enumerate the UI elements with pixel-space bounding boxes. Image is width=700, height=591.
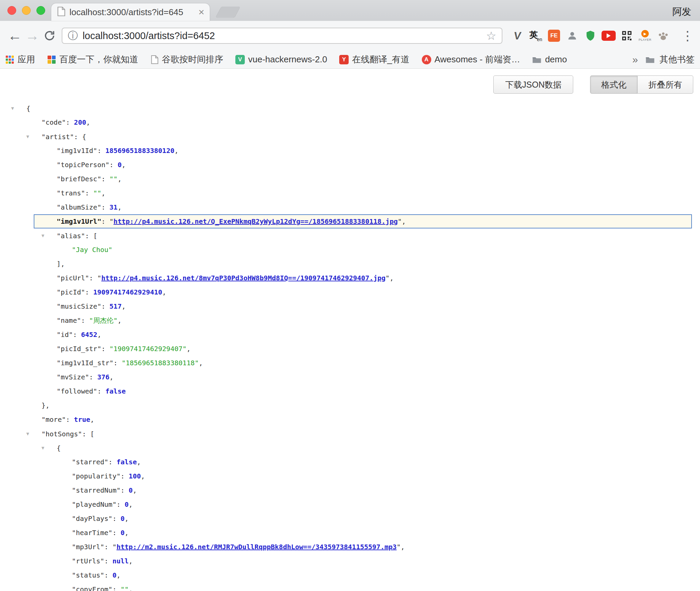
json-token: : <box>66 415 74 424</box>
json-token: "img1v1Id_str" <box>57 359 114 367</box>
json-token: : <box>89 274 97 282</box>
json-link[interactable]: http://p4.music.126.net/8mv7qP30Pd3oHW8b… <box>101 274 385 282</box>
collapse-toggle-icon[interactable]: ▼ <box>41 441 57 455</box>
new-tab-button[interactable] <box>215 7 240 18</box>
json-token: , <box>174 147 178 155</box>
address-bar[interactable]: ⓘ localhost:3000/artists?id=6452 ☆ <box>62 28 502 44</box>
collapse-toggle-icon[interactable]: ▼ <box>26 427 41 441</box>
shield-icon[interactable] <box>583 29 597 43</box>
json-token: "popularity" <box>72 472 121 480</box>
json-token: : { <box>74 133 86 141</box>
json-token: "topicPerson" <box>57 161 110 169</box>
json-token: 31 <box>110 203 118 211</box>
reload-icon <box>43 30 56 42</box>
download-json-button[interactable]: 下载JSON数据 <box>493 75 573 94</box>
json-token: "copyFrom" <box>72 585 112 591</box>
url-text[interactable]: localhost:3000/artists?id=6452 <box>83 30 486 41</box>
page-icon <box>150 55 158 64</box>
json-token: ", <box>398 217 406 225</box>
fe-extension-icon[interactable]: FE <box>547 29 561 43</box>
json-line: "starredNum": 0, <box>0 483 700 497</box>
json-token: , <box>186 345 191 353</box>
json-token: "dayPlays" <box>72 515 112 523</box>
json-line: "copyFrom": "", <box>0 582 700 591</box>
collapse-toggle-icon[interactable]: ▼ <box>26 129 41 144</box>
json-link[interactable]: http://m2.music.126.net/RMJR7wDullRqppBk… <box>116 543 397 551</box>
json-token: null <box>112 557 128 565</box>
json-token: : <box>104 571 112 579</box>
close-window-button[interactable] <box>7 6 16 15</box>
json-link[interactable]: http://p4.music.126.net/Q_ExePNkmqB2yWyL… <box>114 217 398 225</box>
paw-icon[interactable] <box>656 29 670 43</box>
collapse-toggle-icon[interactable]: ▼ <box>11 101 26 115</box>
browser-tab[interactable]: localhost:3000/artists?id=645 × <box>51 3 210 21</box>
bookmark-baidu[interactable]: 百度一下，你就知道 <box>47 54 138 65</box>
fullscreen-window-button[interactable] <box>36 6 45 15</box>
json-token: "mp3Url" <box>72 543 104 551</box>
json-token: 0 <box>129 486 133 494</box>
json-tree: ▼{"code": 200,▼"artist": {"img1v1Id": 18… <box>0 101 700 591</box>
json-token: : <box>101 203 109 211</box>
back-button[interactable]: ← <box>6 27 24 44</box>
json-token: "" <box>110 175 118 183</box>
profile-name[interactable]: 阿发 <box>672 5 691 18</box>
reload-button[interactable] <box>41 30 58 42</box>
json-line: "img1v1Id_str": "18569651883380118", <box>0 356 700 370</box>
json-line: "picUrl": "http://p4.music.126.net/8mv7q… <box>0 271 700 285</box>
json-token: , <box>117 316 121 324</box>
folder-icon <box>645 56 655 63</box>
json-line: "followed": false <box>0 384 700 398</box>
vimium-icon[interactable]: V <box>511 29 525 43</box>
collapse-all-button[interactable]: 折叠所有 <box>638 75 693 94</box>
github-icon[interactable] <box>565 29 579 43</box>
youtube-icon[interactable] <box>602 29 616 43</box>
bookmarks-overflow-icon[interactable]: » <box>632 54 638 65</box>
format-button[interactable]: 格式化 <box>590 75 638 94</box>
json-token: , <box>141 472 145 480</box>
json-token: "picUrl" <box>57 274 89 282</box>
json-token: , <box>129 585 133 591</box>
browser-menu-icon[interactable]: ⋮ <box>681 29 694 42</box>
json-token: : <box>114 359 122 367</box>
json-token: : <box>112 585 120 591</box>
tab-close-icon[interactable]: × <box>198 7 204 17</box>
awesomes-favicon-icon: A <box>422 55 431 64</box>
vue-favicon-icon: V <box>235 55 245 64</box>
json-line: "picId_str": "19097417462929407", <box>0 342 700 356</box>
json-token: "周杰伦" <box>89 316 117 324</box>
qrcode-icon[interactable] <box>620 29 634 43</box>
json-token: : <box>89 373 97 381</box>
json-line: "id": 6452, <box>0 328 700 342</box>
json-token: "img1v1Id" <box>57 147 97 155</box>
json-line: ▼"alias": [ <box>0 228 700 243</box>
json-token: , <box>86 118 90 126</box>
bookmark-star-icon[interactable]: ☆ <box>486 29 496 42</box>
json-token: "picId_str" <box>57 345 101 353</box>
collapse-toggle-icon[interactable]: ▼ <box>41 228 57 243</box>
minimize-window-button[interactable] <box>22 6 31 15</box>
json-token: "mvSize" <box>57 373 89 381</box>
bookmark-google-sort[interactable]: 谷歌按时间排序 <box>150 54 223 65</box>
json-token: "id" <box>57 331 73 339</box>
bookmark-demo-folder[interactable]: demo <box>532 54 567 65</box>
json-token: "Jay Chou" <box>72 246 112 254</box>
other-bookmarks-label[interactable]: 其他书签 <box>660 54 695 65</box>
bookmark-vue-hackernews[interactable]: V vue-hackernews-2.0 <box>235 54 327 65</box>
json-line: "code": 200, <box>0 115 700 129</box>
json-line: "picId": 19097417462929410, <box>0 285 700 299</box>
paw-glyph <box>658 31 669 41</box>
site-info-icon[interactable]: ⓘ <box>68 29 78 43</box>
json-token: "status" <box>72 571 104 579</box>
json-token: "name" <box>57 316 81 324</box>
bookmark-awesomes[interactable]: A Awesomes - 前端资… <box>422 54 520 65</box>
translate-icon[interactable]: 英 en <box>529 29 543 43</box>
bookmark-youdao[interactable]: Y 在线翻译_有道 <box>339 54 409 65</box>
page-favicon-icon <box>57 6 65 18</box>
person-glyph <box>567 30 578 41</box>
bookmark-apps[interactable]: 应用 <box>5 54 35 65</box>
player-icon[interactable]: ▶ PLAYER <box>638 29 652 43</box>
json-token: : <box>104 557 112 565</box>
json-token: "" <box>93 189 101 197</box>
json-line: ▼{ <box>0 441 700 455</box>
json-token: " <box>97 274 101 282</box>
